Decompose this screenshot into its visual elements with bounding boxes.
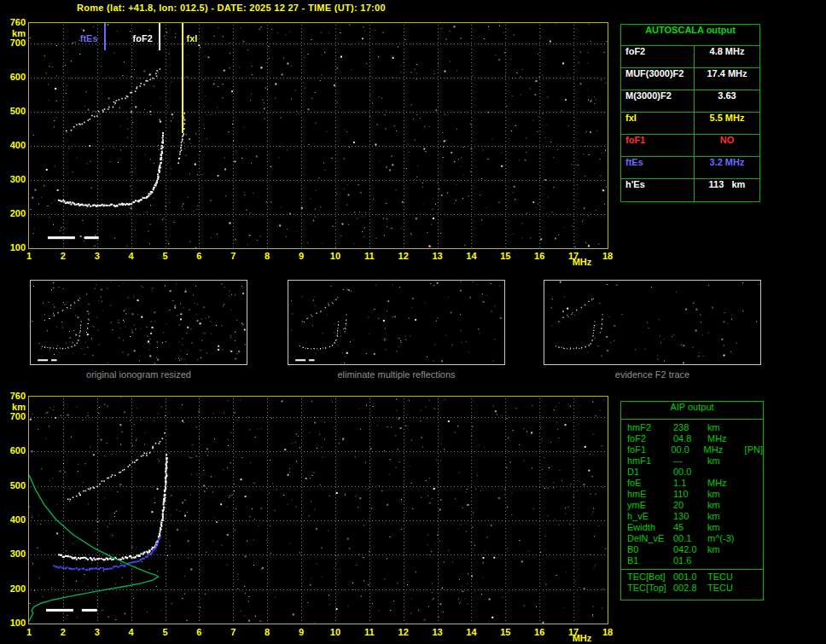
aip-row: Ewidth45km xyxy=(621,522,763,533)
aip-param-name: foE xyxy=(627,478,673,489)
aip-param-value: 002.8 xyxy=(673,583,707,594)
aip-param-name: TEC[Bot] xyxy=(627,571,673,583)
aip-param-value: 110 xyxy=(673,489,707,500)
aip-param-unit: km xyxy=(707,422,743,433)
aip-table-body: hmF2238kmfoF204.8MHzfoF100.0MHz[PN]hmF1-… xyxy=(621,422,763,594)
aip-output-table: AIP output hmF2238kmfoF204.8MHzfoF100.0M… xyxy=(620,401,764,600)
aip-param-name: hmE xyxy=(627,489,673,500)
mini-panel-f2-trace xyxy=(544,280,761,365)
freq-tick-label: 5 xyxy=(155,251,176,261)
aip-param-unit xyxy=(707,555,743,566)
freq-tick-label: 16 xyxy=(529,251,550,261)
aip-row: DelN_vE00.1m^(-3) xyxy=(621,533,763,544)
caption-eliminate-reflections: eliminate multiple reflections xyxy=(288,369,505,380)
aip-param-name: B1 xyxy=(627,555,673,566)
autoscala-row: MUF(3000)F217.4 MHz xyxy=(621,68,759,90)
top-ionogram-panel: ftEsfoF2fxI xyxy=(28,22,608,249)
freq-tick-label: 13 xyxy=(428,251,448,261)
marker-line-ftEs xyxy=(104,23,106,50)
autoscala-param-value: 5.5 MHz xyxy=(695,113,759,134)
autoscala-param-name: MUF(3000)F2 xyxy=(621,68,695,90)
aip-param-name: hmF2 xyxy=(627,422,673,433)
freq-axis-unit: MHz xyxy=(572,257,592,267)
autoscala-param-name: h'Es xyxy=(621,179,695,201)
freq-tick-label: 8 xyxy=(257,251,277,261)
mini-panel-original xyxy=(30,280,247,365)
autoscala-param-value: 113 km xyxy=(695,179,759,201)
aip-param-value: 00.0 xyxy=(673,467,707,478)
aip-param-name: ymE xyxy=(627,500,673,511)
autoscala-row: fxI5.5 MHz xyxy=(621,113,759,135)
freq-tick-label: 7 xyxy=(223,251,243,261)
autoscala-table-title: AUTOSCALA output xyxy=(621,25,759,46)
height-axis-unit: km xyxy=(2,402,26,412)
aip-param-value: 00.0 xyxy=(671,444,703,455)
freq-tick-label: 11 xyxy=(359,251,380,261)
autoscala-table-body: foF24.8 MHzMUF(3000)F217.4 MHzM(3000)F23… xyxy=(621,46,759,201)
aip-row: TEC[Bot]001.0TECU xyxy=(621,569,763,583)
autoscala-row: h'Es113 km xyxy=(621,179,759,201)
aip-param-value: 20 xyxy=(673,500,707,511)
marker-label-ftEs: ftEs xyxy=(80,33,98,44)
autoscala-screen: Rome (lat: +41.8, lon: 012.5) - DATE: 20… xyxy=(0,0,826,644)
aip-param-value: 01.6 xyxy=(673,555,707,566)
height-tick-label: 300 xyxy=(2,548,26,559)
height-tick-label: 700 xyxy=(2,411,26,421)
autoscala-param-value: NO xyxy=(695,135,759,156)
freq-tick-label: 6 xyxy=(189,251,209,261)
freq-tick-label: 2 xyxy=(53,627,73,637)
aip-row: foE1.1MHz xyxy=(621,478,763,489)
autoscala-row: ftEs3.2 MHz xyxy=(621,157,759,179)
height-tick-label: 500 xyxy=(2,480,26,490)
aip-row: ymE20km xyxy=(621,500,763,511)
caption-original-ionogram: original ionogram resized xyxy=(30,369,247,380)
aip-param-value: 130 xyxy=(673,511,707,522)
aip-param-name: B0 xyxy=(627,544,673,555)
aip-param-value: 001.0 xyxy=(673,571,707,583)
aip-param-name: h_vE xyxy=(627,511,673,522)
aip-param-unit: TECU xyxy=(707,571,743,583)
freq-tick-label: 1 xyxy=(19,627,39,637)
aip-param-value: 45 xyxy=(673,522,707,533)
aip-param-unit: km xyxy=(707,511,743,522)
aip-param-value: 238 xyxy=(673,422,707,433)
marker-line-foF2 xyxy=(159,23,160,50)
aip-row: hmF2238km xyxy=(621,422,763,433)
freq-tick-label: 5 xyxy=(155,627,176,637)
aip-param-unit: MHz xyxy=(707,478,743,489)
aip-param-value: 1.1 xyxy=(673,478,707,489)
freq-tick-label: 2 xyxy=(53,251,73,261)
freq-tick-label: 8 xyxy=(257,627,277,637)
freq-tick-label: 13 xyxy=(428,627,448,637)
aip-param-unit: TECU xyxy=(707,583,743,594)
aip-row: h_vE130km xyxy=(621,511,763,522)
bottom-ionogram-panel xyxy=(28,396,608,624)
aip-row: B0042.0km xyxy=(621,544,763,555)
aip-param-name: foF1 xyxy=(627,444,671,455)
aip-param-value: 042.0 xyxy=(673,544,707,555)
freq-tick-label: 10 xyxy=(325,627,346,637)
height-tick-label: 400 xyxy=(2,514,26,525)
aip-row: foF204.8MHz xyxy=(621,433,763,444)
freq-tick-label: 4 xyxy=(121,627,142,637)
marker-label-fxI: fxI xyxy=(186,33,197,44)
freq-tick-label: 18 xyxy=(597,627,618,637)
freq-tick-label: 11 xyxy=(359,627,380,637)
freq-tick-label: 15 xyxy=(495,627,515,637)
aip-param-name: hmF1 xyxy=(627,455,673,467)
aip-param-name: foF2 xyxy=(627,433,673,444)
aip-param-unit: km xyxy=(707,489,743,500)
aip-param-name: DelN_vE xyxy=(627,533,673,544)
freq-tick-label: 12 xyxy=(393,627,414,637)
aip-param-name: TEC[Top] xyxy=(627,583,673,594)
aip-param-flag: [PN] xyxy=(745,444,763,455)
aip-param-value: 04.8 xyxy=(673,433,707,444)
freq-tick-label: 12 xyxy=(393,251,414,261)
marker-label-foF2: foF2 xyxy=(133,33,153,44)
aip-row: TEC[Top]002.8TECU xyxy=(621,583,763,594)
autoscala-output-table: AUTOSCALA output foF24.8 MHzMUF(3000)F21… xyxy=(620,24,760,202)
mini-canvas-f2-trace xyxy=(544,281,760,364)
aip-param-name: D1 xyxy=(627,467,673,478)
mini-canvas-original xyxy=(31,281,247,364)
autoscala-row: foF24.8 MHz xyxy=(621,46,759,68)
